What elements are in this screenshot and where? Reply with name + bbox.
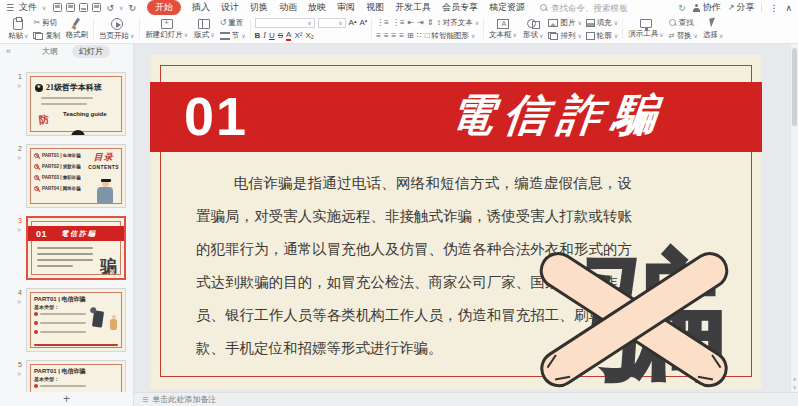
slide-canvas[interactable]: 01 電信詐騙 电信诈骗是指通过电话、网络和短信方式，编造虚假信息，设置骗局，对… [134,44,798,392]
tab-outline[interactable]: 大纲 [36,46,64,57]
collapse-panel-icon[interactable] [6,46,11,56]
tab-resources[interactable]: 稿定资源 [489,1,525,14]
slide-thumbnail-5[interactable]: 5 PART01 | 电信诈骗 基本类型： [0,360,133,392]
tab-devtools[interactable]: 开发工具 [395,1,431,14]
scrollbar-thumb[interactable] [792,48,797,126]
collapse-ribbon-icon[interactable] [785,3,792,13]
font-size-select[interactable] [318,18,346,28]
search-box[interactable] [540,3,659,13]
tab-transition[interactable]: 切换 [250,1,268,14]
decrease-font-button[interactable]: A [359,18,367,27]
outline-button[interactable]: 轮廓 [586,31,618,41]
print-icon[interactable] [79,3,88,12]
thumbnail-canvas[interactable]: PART01 | 电信诈骗 基本类型： [26,288,126,352]
thumbnail-canvas[interactable]: PART01 | 电信诈骗 基本类型： [26,360,126,392]
fill-button[interactable]: 填充 [586,18,618,28]
text-box-button[interactable]: 文本框 [488,19,518,40]
file-menu-caret-icon[interactable] [42,4,46,11]
undo-icon[interactable] [106,3,114,13]
replace-button[interactable]: 替换 [669,31,698,41]
strikethrough-button[interactable]: S [278,31,283,40]
distribute-icon[interactable] [407,31,414,40]
new-slide-button[interactable]: 新建幻灯片 [144,19,189,40]
slide-thumbnails: 1 21级哲学本科班 防 Teaching guide 2 [0,58,133,392]
text-box-caret-icon [513,31,517,38]
main-menu-icon[interactable] [6,3,14,13]
increase-indent-icon[interactable] [417,18,424,27]
find-button[interactable]: 查找 [669,18,698,28]
previous-slide-icon[interactable] [793,376,797,382]
redo-icon[interactable] [128,3,136,13]
tab-insert[interactable]: 插入 [192,1,210,14]
play-from-current-button[interactable]: 当页开始 [98,18,135,41]
cut-button[interactable]: 剪切 [33,18,60,28]
section-button[interactable]: 节 [220,31,246,41]
slide-thumbnail-3-selected[interactable]: 3 01電信詐騙 骗 [0,216,133,280]
ribbon-tabs: 开始 插入 设计 切换 动画 放映 审阅 视图 开发工具 会员专享 稿定资源 [147,0,525,15]
transition-star-icon [17,370,22,378]
tab-animation[interactable]: 动画 [279,1,297,14]
notes-bar[interactable]: 单击此处添加备注 [134,392,798,406]
title-banner[interactable]: 01 電信詐騙 [150,82,762,152]
tab-slideshow[interactable]: 放映 [308,1,326,14]
fill-icon [586,19,595,27]
tab-home[interactable]: 开始 [147,0,181,15]
vertical-scrollbar[interactable] [790,44,798,392]
slide-thumbnail-4[interactable]: 4 PART01 | 电信诈骗 基本类型： [0,288,133,352]
next-slide-icon[interactable] [793,384,797,390]
undo-caret-icon[interactable] [119,4,123,11]
tab-view[interactable]: 视图 [366,1,384,14]
arrange-button[interactable]: 排列 [548,31,581,41]
layout-button[interactable]: 版式 [193,19,215,40]
bold-button[interactable]: B [255,31,261,40]
slide-thumbnail-2[interactable]: 2 PART01 | 电信诈骗 PART02 | 贷款诈骗 PART03 | 兼… [0,144,133,208]
slide-thumbnail-1[interactable]: 1 21级哲学本科班 防 Teaching guide [0,72,133,136]
add-slide-button[interactable] [63,393,70,405]
thumbnail-canvas[interactable]: PART01 | 电信诈骗 PART02 | 贷款诈骗 PART03 | 兼职诈… [26,144,126,208]
align-left-icon[interactable] [376,31,381,40]
tab-design[interactable]: 设计 [221,1,239,14]
collaborate-button[interactable]: 协作 [693,1,721,14]
shapes-button[interactable]: 形状 [522,18,544,40]
preview-icon[interactable] [92,3,101,12]
copy-button[interactable]: 复制 [33,31,60,41]
tab-review[interactable]: 审阅 [337,1,355,14]
thumbnail-canvas[interactable]: 01電信詐騙 骗 [26,216,126,280]
font-name-select[interactable] [255,18,315,28]
align-center-icon[interactable] [384,31,389,40]
select-button[interactable]: 选择 [702,18,724,40]
paste-button[interactable]: 粘贴 [7,18,29,41]
decrease-indent-icon[interactable] [408,18,415,27]
tab-member[interactable]: 会员专享 [442,1,478,14]
thumbnail-canvas[interactable]: 21级哲学本科班 防 Teaching guide [26,72,126,136]
more-icon[interactable] [769,3,778,13]
columns-icon[interactable] [417,31,422,40]
current-slide[interactable]: 01 電信詐騙 电信诈骗是指通过电话、网络和短信方式，编造虚假信息，设置骗局，对… [150,55,762,389]
tab-slides[interactable]: 幻灯片 [72,45,110,58]
subscript-button[interactable]: X₂ [305,31,313,40]
reset-button[interactable]: 重置 [220,18,246,28]
align-text-button[interactable]: 对齐文本 [437,18,479,28]
bullets-icon[interactable] [376,18,389,27]
toc-item: PART03 | 兼职诈骗 [42,175,81,180]
format-painter-button[interactable]: 格式刷 [64,18,89,40]
increase-font-button[interactable]: A [349,18,357,27]
superscript-button[interactable]: X² [294,31,302,40]
export-icon[interactable] [66,3,75,12]
search-input[interactable] [551,3,659,13]
share-button[interactable]: 分享 [728,1,755,14]
numbering-icon[interactable] [392,18,405,27]
smart-graphic-button[interactable]: 转智能图形 [425,31,476,41]
notes-placeholder[interactable]: 单击此处添加备注 [152,394,216,405]
save-icon[interactable] [53,3,62,12]
picture-button[interactable]: 图片 [548,18,581,28]
sync-icon[interactable] [678,3,686,13]
present-tools-button[interactable]: 演示工具 [627,19,664,39]
underline-button[interactable]: U [269,31,275,40]
font-color-button[interactable]: A [286,31,291,41]
line-spacing-icon[interactable] [427,18,434,27]
file-menu[interactable]: 文件 [19,1,37,14]
align-right-icon[interactable] [392,31,397,40]
italic-button[interactable]: I [263,31,266,40]
justify-icon[interactable] [399,31,404,40]
